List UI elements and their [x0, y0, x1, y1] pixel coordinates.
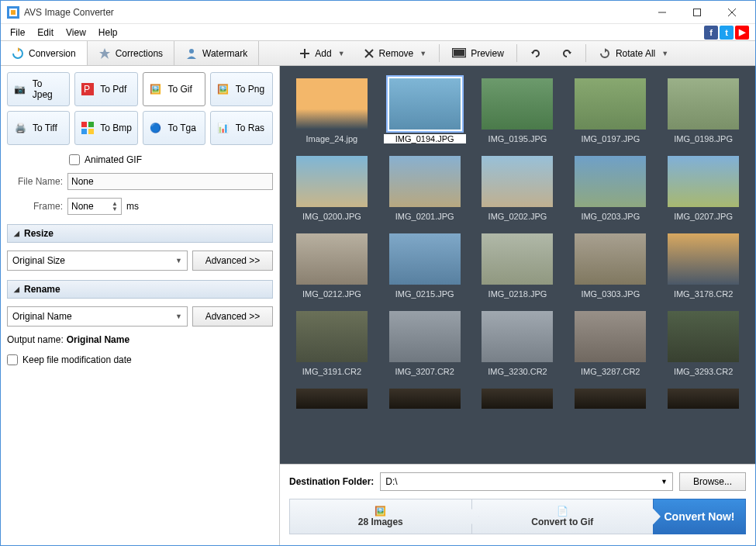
- format-tga-button[interactable]: 🔵To Tga: [143, 111, 205, 145]
- resize-advanced-button[interactable]: Advanced >>: [192, 251, 273, 271]
- thumbnail-image: [666, 77, 740, 131]
- browse-label: Browse...: [693, 476, 732, 487]
- thumbnail[interactable]: Image_24.jpg: [291, 77, 373, 143]
- thumbnail-caption: IMG_0215.JPG: [384, 289, 466, 299]
- thumbnail-caption: IMG_3230.CR2: [477, 367, 559, 376]
- thumbnail[interactable]: [477, 387, 559, 410]
- thumbnail-caption: IMG_3293.CR2: [662, 367, 744, 376]
- thumbnail[interactable]: IMG_3287.CR2: [569, 309, 651, 376]
- menu-file[interactable]: File: [4, 26, 31, 40]
- rotate-right-button[interactable]: [551, 41, 582, 65]
- format-bmp-label: To Bmp: [100, 123, 132, 133]
- thumbnail-image: [388, 387, 462, 410]
- frame-spinner[interactable]: None ▲▼: [67, 198, 122, 215]
- convert-now-button[interactable]: Convert Now!: [653, 499, 746, 534]
- rename-combo[interactable]: Original Name ▼: [7, 306, 188, 327]
- add-button[interactable]: Add ▼: [290, 41, 354, 65]
- thumbnail-caption: IMG_0195.JPG: [477, 134, 559, 143]
- thumbnail[interactable]: IMG_0303.JPG: [569, 232, 651, 299]
- images-icon: 🖼️: [375, 506, 386, 517]
- thumbnail[interactable]: IMG_3178.CR2: [662, 232, 744, 299]
- filename-input[interactable]: [67, 173, 273, 190]
- thumbnail-caption: IMG_3207.CR2: [384, 367, 466, 376]
- plus-icon: [299, 48, 310, 59]
- browse-button[interactable]: Browse...: [679, 472, 746, 491]
- rename-section-header[interactable]: ◢ Rename: [7, 280, 273, 299]
- left-panel: 📷To Jpeg PTo Pdf 🖼️To Gif 🖼️To Png 🖨️To …: [1, 66, 280, 545]
- thumbnail[interactable]: IMG_0218.JPG: [477, 232, 559, 299]
- format-pdf-button[interactable]: PTo Pdf: [74, 72, 137, 106]
- maximize-button[interactable]: [679, 2, 714, 23]
- window-title: AVS Image Converter: [24, 7, 644, 18]
- thumbnail[interactable]: IMG_3230.CR2: [477, 309, 559, 376]
- thumbnail[interactable]: IMG_3207.CR2: [384, 309, 466, 376]
- format-png-button[interactable]: 🖼️To Png: [210, 72, 273, 106]
- preview-button[interactable]: Preview: [443, 41, 513, 65]
- chevron-down-icon: ▼: [661, 50, 668, 57]
- frame-label: Frame:: [7, 201, 63, 212]
- person-icon: [185, 47, 198, 60]
- rotate-icon: [599, 47, 611, 60]
- rename-advanced-button[interactable]: Advanced >>: [192, 306, 273, 327]
- main-area: 📷To Jpeg PTo Pdf 🖼️To Gif 🖼️To Png 🖨️To …: [1, 66, 755, 545]
- thumbnail[interactable]: IMG_0195.JPG: [477, 77, 559, 143]
- tab-corrections[interactable]: Corrections: [88, 41, 174, 65]
- twitter-icon[interactable]: t: [720, 26, 734, 40]
- gif-icon: 🖼️: [148, 81, 164, 97]
- thumbnail[interactable]: IMG_0201.JPG: [384, 154, 466, 221]
- format-bmp-button[interactable]: To Bmp: [74, 111, 137, 145]
- menu-bar: File Edit View Help f t ▶: [1, 24, 755, 41]
- thumbnail[interactable]: IMG_0194.JPG: [384, 77, 466, 143]
- tab-watermark[interactable]: Watermark: [174, 41, 259, 65]
- svg-rect-4: [693, 9, 700, 16]
- menu-view[interactable]: View: [60, 26, 92, 40]
- resize-combo[interactable]: Original Size ▼: [7, 251, 188, 271]
- thumbnail[interactable]: IMG_0200.JPG: [291, 154, 373, 221]
- destination-combo[interactable]: D:\ ▼: [380, 472, 673, 491]
- step-bar: 🖼️ 28 Images 📄 Convert to Gif Convert No…: [289, 499, 746, 534]
- image-gallery[interactable]: Image_24.jpgIMG_0194.JPGIMG_0195.JPGIMG_…: [280, 66, 755, 464]
- menu-edit[interactable]: Edit: [31, 26, 60, 40]
- thumbnail[interactable]: IMG_0203.JPG: [569, 154, 651, 221]
- remove-button[interactable]: Remove ▼: [354, 41, 437, 65]
- rotate-left-button[interactable]: [520, 41, 551, 65]
- thumbnail[interactable]: IMG_3191.CR2: [291, 309, 373, 376]
- printer-icon: 🖨️: [12, 120, 28, 136]
- thumbnail-image: [573, 154, 647, 209]
- thumbnail[interactable]: [569, 387, 651, 410]
- animated-gif-checkbox[interactable]: [69, 154, 80, 165]
- rotate-all-button[interactable]: Rotate All ▼: [589, 41, 678, 65]
- thumbnail[interactable]: [384, 387, 466, 410]
- thumbnail[interactable]: IMG_0215.JPG: [384, 232, 466, 299]
- tab-conversion[interactable]: Conversion: [1, 41, 88, 65]
- menu-help[interactable]: Help: [92, 26, 124, 40]
- thumbnail[interactable]: IMG_0212.JPG: [291, 232, 373, 299]
- keep-date-checkbox[interactable]: [7, 354, 18, 365]
- thumbnail[interactable]: IMG_0202.JPG: [477, 154, 559, 221]
- thumbnail-caption: IMG_0203.JPG: [569, 212, 651, 221]
- thumbnail-caption: IMG_3178.CR2: [662, 289, 744, 299]
- format-jpeg-button[interactable]: 📷To Jpeg: [7, 72, 70, 106]
- facebook-icon[interactable]: f: [704, 26, 718, 40]
- svg-rect-17: [81, 122, 87, 127]
- thumbnail[interactable]: IMG_0207.JPG: [662, 154, 744, 221]
- resize-section-header[interactable]: ◢ Resize: [7, 224, 273, 243]
- close-button[interactable]: [714, 2, 749, 23]
- youtube-icon[interactable]: ▶: [735, 26, 749, 40]
- thumbnail[interactable]: IMG_3293.CR2: [662, 309, 744, 376]
- thumbnail-image: [295, 77, 369, 131]
- thumbnail-image: [666, 232, 740, 286]
- format-ras-button[interactable]: 📊To Ras: [210, 111, 273, 145]
- ras-icon: 📊: [216, 120, 231, 136]
- thumbnail[interactable]: IMG_0197.JPG: [569, 77, 651, 143]
- format-gif-button[interactable]: 🖼️To Gif: [143, 72, 205, 106]
- thumbnail[interactable]: IMG_0198.JPG: [662, 77, 744, 143]
- thumbnail-caption: IMG_0202.JPG: [477, 212, 559, 221]
- triangle-down-icon: ◢: [14, 285, 19, 293]
- format-tiff-button[interactable]: 🖨️To Tiff: [7, 111, 70, 145]
- thumbnail[interactable]: [662, 387, 744, 410]
- minimize-button[interactable]: [644, 2, 679, 23]
- tab-conversion-label: Conversion: [29, 48, 76, 59]
- thumbnail[interactable]: [291, 387, 373, 410]
- output-name-value: Original Name: [67, 334, 129, 345]
